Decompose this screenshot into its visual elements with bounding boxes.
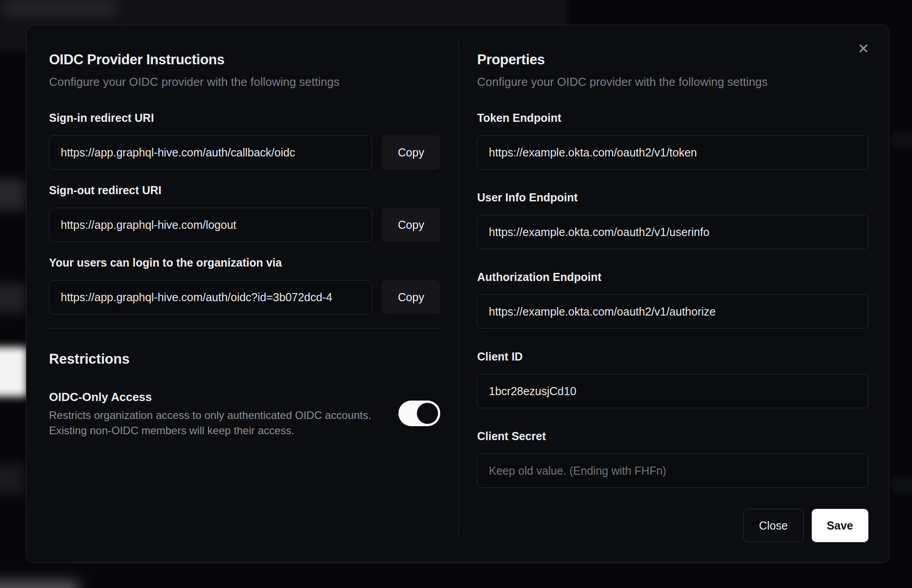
authorization-endpoint-input[interactable] xyxy=(477,294,868,329)
copy-sign-in-uri-button[interactable]: Copy xyxy=(382,135,440,169)
sign-in-redirect-uri-row: Copy xyxy=(49,135,440,169)
token-endpoint-label: Token Endpoint xyxy=(477,111,868,125)
description-line-2: Existing non-OIDC members will keep thei… xyxy=(49,423,371,438)
background-content-blur xyxy=(0,283,26,313)
instructions-title: OIDC Provider Instructions xyxy=(49,51,440,68)
properties-title: Properties xyxy=(477,51,868,68)
toggle-knob-icon xyxy=(417,403,438,424)
client-secret-label: Client Secret xyxy=(477,429,868,443)
client-secret-input[interactable] xyxy=(477,454,868,488)
oidc-only-access-description: Restricts organization access to only au… xyxy=(49,408,371,438)
copy-sign-out-uri-button[interactable]: Copy xyxy=(382,208,440,242)
background-content-blur xyxy=(0,463,25,494)
oidc-only-access-toggle[interactable] xyxy=(398,401,440,426)
client-id-input[interactable] xyxy=(477,374,868,408)
close-button[interactable]: Close xyxy=(743,509,804,542)
instructions-column: OIDC Provider Instructions Configure you… xyxy=(49,25,440,438)
sign-in-redirect-uri-input[interactable] xyxy=(49,135,372,169)
user-info-endpoint-input[interactable] xyxy=(477,215,868,249)
token-endpoint-field: Token Endpoint xyxy=(477,111,868,169)
authorization-endpoint-label: Authorization Endpoint xyxy=(477,270,868,284)
org-login-uri-input[interactable] xyxy=(49,280,372,314)
background-band xyxy=(892,477,912,494)
sign-out-redirect-uri-row: Copy xyxy=(49,208,440,242)
user-info-endpoint-field: User Info Endpoint xyxy=(477,191,868,249)
authorization-endpoint-field: Authorization Endpoint xyxy=(477,270,868,329)
client-id-label: Client ID xyxy=(477,350,868,363)
background-logo-blur xyxy=(4,0,116,17)
oidc-only-access-row: OIDC-Only Access Restricts organization … xyxy=(49,390,440,438)
oidc-provider-dialog: ✕ OIDC Provider Instructions Configure y… xyxy=(26,25,890,563)
background-button-blur xyxy=(0,347,27,396)
sign-out-redirect-uri-label: Sign-out redirect URI xyxy=(49,183,440,197)
oidc-only-access-label: OIDC-Only Access xyxy=(49,390,371,404)
user-info-endpoint-label: User Info Endpoint xyxy=(477,191,868,204)
properties-subtitle: Configure your OIDC provider with the fo… xyxy=(477,75,868,89)
copy-org-login-uri-button[interactable]: Copy xyxy=(382,280,440,314)
token-endpoint-input[interactable] xyxy=(477,135,868,169)
background-content-blur xyxy=(0,179,25,210)
oidc-only-access-text: OIDC-Only Access Restricts organization … xyxy=(49,390,371,438)
column-divider xyxy=(458,42,459,535)
org-login-uri-row: Copy xyxy=(49,280,440,314)
properties-column: Properties Configure your OIDC provider … xyxy=(477,25,868,542)
background-band xyxy=(892,130,912,148)
instructions-subtitle: Configure your OIDC provider with the fo… xyxy=(49,75,440,89)
background-glow xyxy=(0,581,78,588)
dialog-actions: Close Save xyxy=(477,509,868,542)
org-login-uri-label: Your users can login to the organization… xyxy=(49,256,440,269)
description-line-1: Restricts organization access to only au… xyxy=(49,408,371,423)
section-divider xyxy=(49,328,440,329)
sign-out-redirect-uri-input[interactable] xyxy=(49,208,372,242)
save-button[interactable]: Save xyxy=(812,509,868,542)
client-secret-field: Client Secret xyxy=(477,429,868,488)
client-id-field: Client ID xyxy=(477,350,868,408)
sign-in-redirect-uri-label: Sign-in redirect URI xyxy=(49,111,440,125)
restrictions-title: Restrictions xyxy=(49,351,440,368)
